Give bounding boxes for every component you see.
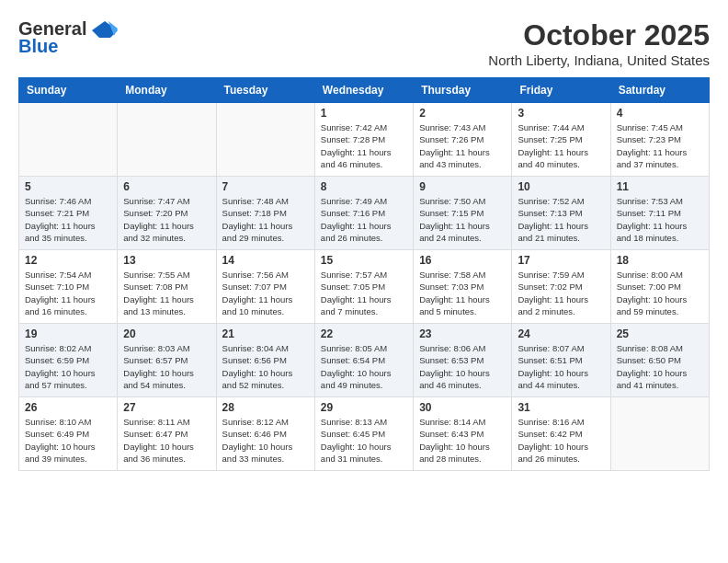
day-info: Sunrise: 8:10 AM Sunset: 6:49 PM Dayligh… — [25, 416, 111, 465]
day-number: 20 — [123, 327, 210, 340]
weekday-header-row: SundayMondayTuesdayWednesdayThursdayFrid… — [19, 78, 710, 103]
day-info: Sunrise: 7:42 AM Sunset: 7:28 PM Dayligh… — [321, 121, 407, 170]
logo-icon — [90, 19, 119, 40]
day-info: Sunrise: 7:46 AM Sunset: 7:21 PM Dayligh… — [25, 195, 111, 244]
day-number: 31 — [518, 401, 604, 414]
weekday-header-sunday: Sunday — [19, 78, 118, 103]
calendar-day-cell: 11Sunrise: 7:53 AM Sunset: 7:11 PM Dayli… — [610, 177, 709, 250]
day-info: Sunrise: 7:49 AM Sunset: 7:16 PM Dayligh… — [321, 195, 407, 244]
calendar-day-cell: 17Sunrise: 7:59 AM Sunset: 7:02 PM Dayli… — [512, 250, 610, 324]
calendar-week-row: 26Sunrise: 8:10 AM Sunset: 6:49 PM Dayli… — [19, 397, 710, 471]
day-number: 16 — [419, 254, 506, 267]
day-number: 4 — [617, 107, 703, 120]
day-info: Sunrise: 8:02 AM Sunset: 6:59 PM Dayligh… — [25, 342, 111, 391]
weekday-header-saturday: Saturday — [610, 78, 709, 103]
calendar-day-cell: 7Sunrise: 7:48 AM Sunset: 7:18 PM Daylig… — [216, 177, 314, 250]
calendar-day-cell: 25Sunrise: 8:08 AM Sunset: 6:50 PM Dayli… — [610, 324, 709, 397]
weekday-header-monday: Monday — [118, 78, 216, 103]
calendar-day-cell: 31Sunrise: 8:16 AM Sunset: 6:42 PM Dayli… — [512, 397, 610, 471]
calendar-week-row: 1Sunrise: 7:42 AM Sunset: 7:28 PM Daylig… — [19, 103, 710, 177]
calendar-day-cell: 1Sunrise: 7:42 AM Sunset: 7:28 PM Daylig… — [314, 103, 413, 177]
calendar-day-cell: 22Sunrise: 8:05 AM Sunset: 6:54 PM Dayli… — [314, 324, 413, 397]
day-number: 5 — [25, 180, 111, 193]
location: North Liberty, Indiana, United States — [488, 52, 710, 68]
day-info: Sunrise: 7:43 AM Sunset: 7:26 PM Dayligh… — [419, 121, 506, 170]
calendar-day-cell: 16Sunrise: 7:58 AM Sunset: 7:03 PM Dayli… — [414, 250, 512, 324]
day-number: 13 — [123, 254, 210, 267]
calendar-day-cell: 9Sunrise: 7:50 AM Sunset: 7:15 PM Daylig… — [414, 177, 512, 250]
calendar-day-cell: 14Sunrise: 7:56 AM Sunset: 7:07 PM Dayli… — [216, 250, 314, 324]
day-number: 29 — [321, 401, 407, 414]
day-info: Sunrise: 7:53 AM Sunset: 7:11 PM Dayligh… — [617, 195, 703, 244]
calendar-week-row: 5Sunrise: 7:46 AM Sunset: 7:21 PM Daylig… — [19, 177, 710, 250]
calendar-week-row: 12Sunrise: 7:54 AM Sunset: 7:10 PM Dayli… — [19, 250, 710, 324]
day-info: Sunrise: 7:45 AM Sunset: 7:23 PM Dayligh… — [617, 121, 703, 170]
day-number: 24 — [518, 327, 604, 340]
calendar-day-cell: 21Sunrise: 8:04 AM Sunset: 6:56 PM Dayli… — [216, 324, 314, 397]
calendar-day-cell: 12Sunrise: 7:54 AM Sunset: 7:10 PM Dayli… — [19, 250, 118, 324]
calendar-day-cell: 4Sunrise: 7:45 AM Sunset: 7:23 PM Daylig… — [610, 103, 709, 177]
day-info: Sunrise: 8:07 AM Sunset: 6:51 PM Dayligh… — [518, 342, 604, 391]
day-info: Sunrise: 7:44 AM Sunset: 7:25 PM Dayligh… — [518, 121, 604, 170]
day-number: 28 — [222, 401, 309, 414]
day-number: 23 — [419, 327, 506, 340]
calendar-day-cell: 5Sunrise: 7:46 AM Sunset: 7:21 PM Daylig… — [19, 177, 118, 250]
weekday-header-tuesday: Tuesday — [216, 78, 314, 103]
day-number: 8 — [321, 180, 407, 193]
day-number: 26 — [25, 401, 111, 414]
day-info: Sunrise: 7:58 AM Sunset: 7:03 PM Dayligh… — [419, 269, 506, 317]
calendar-day-cell: 20Sunrise: 8:03 AM Sunset: 6:57 PM Dayli… — [118, 324, 216, 397]
day-number: 19 — [25, 327, 111, 340]
day-info: Sunrise: 7:47 AM Sunset: 7:20 PM Dayligh… — [123, 195, 210, 244]
day-number: 11 — [617, 180, 703, 193]
day-info: Sunrise: 7:55 AM Sunset: 7:08 PM Dayligh… — [123, 269, 210, 317]
calendar-day-cell: 10Sunrise: 7:52 AM Sunset: 7:13 PM Dayli… — [512, 177, 610, 250]
calendar-day-cell: 30Sunrise: 8:14 AM Sunset: 6:43 PM Dayli… — [414, 397, 512, 471]
weekday-header-friday: Friday — [512, 78, 610, 103]
calendar-day-cell: 15Sunrise: 7:57 AM Sunset: 7:05 PM Dayli… — [314, 250, 413, 324]
logo: General Blue — [18, 18, 119, 57]
day-info: Sunrise: 7:56 AM Sunset: 7:07 PM Dayligh… — [222, 269, 309, 317]
day-info: Sunrise: 7:52 AM Sunset: 7:13 PM Dayligh… — [518, 195, 604, 244]
day-info: Sunrise: 8:00 AM Sunset: 7:00 PM Dayligh… — [617, 269, 703, 317]
day-info: Sunrise: 7:54 AM Sunset: 7:10 PM Dayligh… — [25, 269, 111, 317]
day-info: Sunrise: 8:08 AM Sunset: 6:50 PM Dayligh… — [617, 342, 703, 391]
calendar-day-cell: 29Sunrise: 8:13 AM Sunset: 6:45 PM Dayli… — [314, 397, 413, 471]
calendar-day-cell — [610, 397, 709, 471]
day-info: Sunrise: 8:05 AM Sunset: 6:54 PM Dayligh… — [321, 342, 407, 391]
month-title: October 2025 — [488, 18, 710, 52]
day-info: Sunrise: 8:13 AM Sunset: 6:45 PM Dayligh… — [321, 416, 407, 465]
day-info: Sunrise: 7:59 AM Sunset: 7:02 PM Dayligh… — [518, 269, 604, 317]
calendar-day-cell: 23Sunrise: 8:06 AM Sunset: 6:53 PM Dayli… — [414, 324, 512, 397]
day-number: 17 — [518, 254, 604, 267]
day-number: 15 — [321, 254, 407, 267]
day-number: 22 — [321, 327, 407, 340]
day-number: 9 — [419, 180, 506, 193]
calendar-day-cell: 27Sunrise: 8:11 AM Sunset: 6:47 PM Dayli… — [118, 397, 216, 471]
calendar-day-cell — [216, 103, 314, 177]
weekday-header-wednesday: Wednesday — [314, 78, 413, 103]
day-number: 3 — [518, 107, 604, 120]
day-info: Sunrise: 8:06 AM Sunset: 6:53 PM Dayligh… — [419, 342, 506, 391]
calendar-day-cell: 18Sunrise: 8:00 AM Sunset: 7:00 PM Dayli… — [610, 250, 709, 324]
day-info: Sunrise: 8:11 AM Sunset: 6:47 PM Dayligh… — [123, 416, 210, 465]
day-info: Sunrise: 7:48 AM Sunset: 7:18 PM Dayligh… — [222, 195, 309, 244]
calendar-day-cell: 19Sunrise: 8:02 AM Sunset: 6:59 PM Dayli… — [19, 324, 118, 397]
title-area: October 2025 North Liberty, Indiana, Uni… — [488, 18, 710, 68]
calendar-day-cell: 8Sunrise: 7:49 AM Sunset: 7:16 PM Daylig… — [314, 177, 413, 250]
day-number: 21 — [222, 327, 309, 340]
day-number: 14 — [222, 254, 309, 267]
day-number: 12 — [25, 254, 111, 267]
day-info: Sunrise: 8:16 AM Sunset: 6:42 PM Dayligh… — [518, 416, 604, 465]
calendar-day-cell: 6Sunrise: 7:47 AM Sunset: 7:20 PM Daylig… — [118, 177, 216, 250]
day-number: 6 — [123, 180, 210, 193]
day-number: 18 — [617, 254, 703, 267]
day-info: Sunrise: 7:57 AM Sunset: 7:05 PM Dayligh… — [321, 269, 407, 317]
day-info: Sunrise: 8:12 AM Sunset: 6:46 PM Dayligh… — [222, 416, 309, 465]
calendar-day-cell — [19, 103, 118, 177]
day-number: 10 — [518, 180, 604, 193]
calendar-week-row: 19Sunrise: 8:02 AM Sunset: 6:59 PM Dayli… — [19, 324, 710, 397]
day-number: 7 — [222, 180, 309, 193]
day-number: 25 — [617, 327, 703, 340]
day-number: 27 — [123, 401, 210, 414]
